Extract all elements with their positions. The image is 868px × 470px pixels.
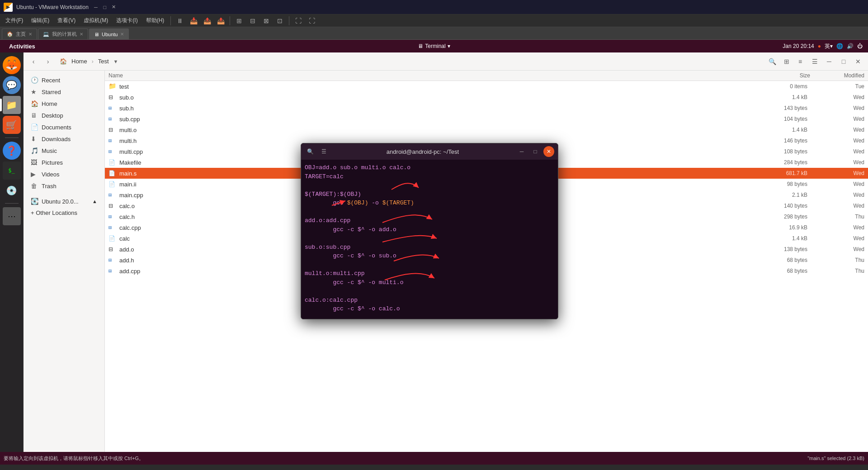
dock-terminal[interactable]: $_: [3, 161, 21, 180]
terminal-dropdown[interactable]: ▾: [448, 43, 450, 49]
file-item[interactable]: ⊟ multi.o 1.4 kB Wed: [105, 124, 868, 135]
menu-edit[interactable]: 编辑(E): [28, 16, 53, 25]
ubuntu-bottombar: 要将输入定向到该虚拟机，请将鼠标指针移入其中或按 Ctrl+G。 "main.s…: [0, 452, 868, 465]
menu-file[interactable]: 文件(F): [2, 16, 27, 25]
name-column-header[interactable]: Name: [108, 72, 756, 79]
fm-header: ‹ › 🏠 Home › Test ▼ 🔍 ⊞ ≡ ☰ ─ □ ✕: [24, 52, 868, 71]
sidebar-starred[interactable]: ★ Starred: [25, 86, 103, 98]
sidebar-trash[interactable]: 🗑 Trash: [25, 180, 103, 192]
terminal-search-button[interactable]: 🔍: [305, 146, 316, 157]
minimize-fm-button[interactable]: ─: [823, 55, 835, 68]
sidebar-other-locations[interactable]: + Other Locations: [25, 207, 103, 218]
window-button[interactable]: ⛶: [306, 15, 318, 26]
file-type-icon: ⊟: [108, 202, 117, 210]
sidebar-downloads[interactable]: ⬇ Downloads: [25, 133, 103, 145]
ubuntu-tab-close[interactable]: ✕: [120, 32, 124, 37]
fm-sidebar: 🕐 Recent ★ Starred 🏠 Home 🖥 Desktop: [24, 71, 105, 452]
sidebar-pictures[interactable]: 🖼 Pictures: [25, 157, 103, 168]
terminal-close-button[interactable]: ✕: [543, 146, 554, 157]
file-item[interactable]: ⊟ sub.o 1.4 kB Wed: [105, 92, 868, 103]
vmware-titlebar: ▶ Ubuntu - VMware Workstation ─ □ ✕: [0, 0, 868, 14]
tab-home[interactable]: 🏠 主页 ✕: [2, 28, 37, 39]
file-modified: Wed: [810, 192, 864, 198]
sidebar-ubuntu-drive[interactable]: 💽 Ubuntu 20.0... ▲: [25, 195, 103, 207]
sidebar-desktop[interactable]: 🖥 Desktop: [25, 109, 103, 121]
file-size: 1.4 kB: [753, 235, 807, 242]
breadcrumb-home[interactable]: Home: [69, 57, 90, 66]
sidebar-music[interactable]: 🎵 Music: [25, 145, 103, 157]
home-tab-close[interactable]: ✕: [28, 32, 32, 37]
mycomputer-tab-close[interactable]: ✕: [80, 32, 83, 37]
terminal-body[interactable]: OBJ=add.o sub.o multi.o calc.o TARGET=ca…: [301, 160, 558, 319]
fm-list-header: Name Size Modified: [105, 71, 868, 81]
volume-icon[interactable]: 🔊: [847, 43, 854, 49]
active-indicator: ●: [818, 43, 821, 49]
fullscreen-button[interactable]: ⛶: [292, 15, 305, 26]
tab-mycomputer[interactable]: 💻 我的计算机 ✕: [38, 28, 88, 39]
menu-tabs[interactable]: 选项卡(I): [113, 16, 141, 25]
language-button[interactable]: 英▾: [825, 43, 833, 50]
toolbar-btn-5[interactable]: ⊞: [233, 15, 245, 26]
toolbar-btn-7[interactable]: ⊠: [260, 15, 273, 26]
window-controls: ─ □ ✕: [92, 4, 118, 11]
menu-button[interactable]: ☰: [808, 55, 821, 68]
dock-files[interactable]: 📁: [3, 96, 21, 114]
file-type-icon: ⊞: [108, 213, 117, 221]
terminal-maximize-button[interactable]: □: [530, 146, 541, 157]
toolbar-btn-4[interactable]: 📤: [214, 15, 227, 26]
toolbar-btn-6[interactable]: ⊟: [246, 15, 259, 26]
search-button[interactable]: 🔍: [766, 55, 778, 68]
menu-view[interactable]: 查看(V): [54, 16, 79, 25]
term-line-18: [305, 313, 554, 319]
dock-firefox[interactable]: 🦊: [3, 56, 21, 74]
file-item[interactable]: 📁 test 0 items Tue: [105, 81, 868, 92]
network-icon[interactable]: 🌐: [836, 43, 843, 49]
activities-button[interactable]: Activities: [5, 42, 39, 51]
size-column-header[interactable]: Size: [756, 72, 810, 79]
close-fm-button[interactable]: ✕: [852, 55, 864, 68]
restore-button[interactable]: □: [101, 4, 108, 11]
file-modified: Wed: [810, 159, 864, 166]
sidebar-recent[interactable]: 🕐 Recent: [25, 74, 103, 86]
dock-dvd[interactable]: 💿: [3, 181, 21, 199]
back-button[interactable]: ‹: [27, 55, 40, 68]
power-icon[interactable]: ⏻: [857, 43, 863, 49]
menu-vm[interactable]: 虚拟机(M): [80, 16, 112, 25]
drive-eject-icon[interactable]: ▲: [92, 199, 97, 204]
dock-messages[interactable]: 💬: [3, 76, 21, 94]
grid-view-button[interactable]: ⊞: [780, 55, 793, 68]
datetime: Jan 20 20:14: [783, 43, 814, 49]
file-type-icon: ⊞: [108, 267, 117, 275]
restore-fm-button[interactable]: □: [837, 55, 850, 68]
menu-help[interactable]: 帮助(H): [142, 16, 168, 25]
breadcrumb-dropdown[interactable]: ▼: [113, 59, 118, 64]
file-modified: Wed: [810, 148, 864, 155]
list-view-button[interactable]: ≡: [794, 55, 807, 68]
toolbar-btn-2[interactable]: 📥: [187, 15, 200, 26]
file-size: 681.7 kB: [753, 170, 807, 176]
pause-button[interactable]: ⏸: [174, 15, 186, 26]
close-button[interactable]: ✕: [110, 4, 118, 11]
file-type-icon: ⊞: [108, 104, 117, 112]
minimize-button[interactable]: ─: [92, 4, 99, 11]
file-size: 98 bytes: [753, 181, 807, 187]
file-modified: Wed: [810, 94, 864, 100]
sidebar-home[interactable]: 🏠 Home: [25, 98, 103, 109]
modified-column-header[interactable]: Modified: [810, 72, 864, 79]
dock-help[interactable]: ❓: [3, 142, 21, 160]
breadcrumb-folder[interactable]: Test: [95, 57, 112, 66]
forward-button[interactable]: ›: [42, 55, 54, 68]
toolbar-btn-3[interactable]: 📤: [201, 15, 213, 26]
sidebar-videos[interactable]: ▶ Videos: [25, 168, 103, 180]
toolbar-btn-8[interactable]: ⊡: [274, 15, 286, 26]
dock-software[interactable]: 🛒: [3, 116, 21, 134]
sidebar-documents[interactable]: 📄 Documents: [25, 121, 103, 133]
terminal-minimize-button[interactable]: ─: [516, 146, 527, 157]
terminal-label[interactable]: Terminal: [425, 43, 445, 49]
file-item[interactable]: ⊞ sub.cpp 104 bytes Wed: [105, 114, 868, 124]
tab-ubuntu[interactable]: 🖥 Ubuntu ✕: [89, 28, 129, 39]
file-item[interactable]: ⊞ sub.h 143 bytes Wed: [105, 103, 868, 114]
terminal-menu-button[interactable]: ☰: [318, 146, 329, 157]
file-name: test: [119, 83, 750, 90]
dock-apps[interactable]: ⋯: [3, 207, 21, 225]
